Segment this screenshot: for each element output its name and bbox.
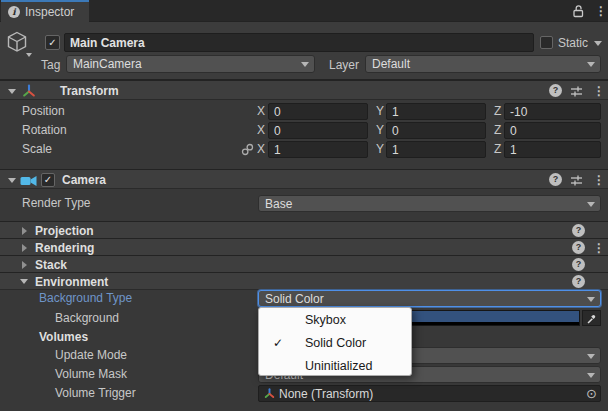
stack-foldout[interactable]: Stack ?	[0, 255, 608, 272]
axis-z-label: Z	[494, 142, 501, 156]
help-icon[interactable]: ?	[549, 84, 562, 97]
rendering-label: Rendering	[35, 241, 94, 255]
foldout-open-icon[interactable]	[8, 178, 16, 183]
volumes-label: Volumes	[39, 330, 88, 344]
volume-trigger-object-field[interactable]: None (Transform) ⊙	[258, 385, 601, 402]
popup-item-label: Skybox	[305, 313, 346, 327]
chevron-down-icon	[301, 62, 309, 67]
foldout-open-icon[interactable]	[8, 89, 16, 94]
presets-icon[interactable]	[570, 174, 583, 187]
section-menu-icon[interactable]: ⋮	[593, 242, 605, 254]
stack-label: Stack	[35, 258, 67, 272]
chevron-down-icon	[587, 354, 595, 359]
help-icon[interactable]: ?	[572, 241, 585, 254]
scale-x-field[interactable]: 1	[268, 141, 368, 158]
eyedropper-icon	[586, 313, 597, 324]
transform-icon	[264, 388, 275, 399]
gameobject-header: ✓ Main Camera Static Tag MainCamera Laye…	[0, 22, 608, 80]
tab-bar: i Inspector ⋮	[0, 0, 608, 22]
camera-enabled-checkbox[interactable]: ✓	[41, 173, 55, 187]
layer-dropdown[interactable]: Default	[365, 55, 601, 73]
static-label: Static	[558, 36, 588, 50]
static-dropdown-arrow[interactable]	[594, 41, 602, 46]
axis-z-label: Z	[494, 104, 501, 118]
tag-dropdown[interactable]: MainCamera	[66, 55, 315, 73]
axis-x-label: X	[257, 123, 265, 137]
transform-title: Transform	[60, 84, 119, 98]
rendering-foldout[interactable]: Rendering ? ⋮	[0, 238, 608, 255]
link-broken-icon[interactable]	[241, 143, 254, 156]
camera-header[interactable]: ✓ Camera ? ⋮	[0, 169, 608, 189]
background-type-row: Background Type Solid Color	[0, 290, 608, 307]
position-row: Position X 0 Y 1 Z -10	[0, 103, 608, 120]
volume-trigger-value: None (Transform)	[279, 387, 373, 401]
background-type-label: Background Type	[39, 291, 132, 305]
popup-item-label: Uninitialized	[305, 359, 372, 373]
projection-label: Projection	[35, 224, 94, 238]
transform-icon	[22, 84, 36, 98]
foldout-closed-icon[interactable]	[22, 244, 27, 252]
gameobject-active-checkbox[interactable]: ✓	[45, 35, 60, 50]
projection-foldout[interactable]: Projection ?	[0, 221, 608, 238]
rotation-z-field[interactable]: 0	[504, 122, 601, 139]
info-icon: i	[8, 6, 20, 18]
render-type-value: Base	[265, 197, 292, 211]
popup-item-uninitialized[interactable]: Uninitialized	[259, 354, 411, 377]
rotation-row: Rotation X 0 Y 0 Z 0	[0, 122, 608, 139]
component-menu-icon[interactable]: ⋮	[593, 174, 605, 186]
foldout-closed-icon[interactable]	[22, 261, 27, 269]
volume-mask-label: Volume Mask	[55, 367, 127, 381]
gameobject-icon-dropdown-arrow[interactable]	[26, 53, 32, 57]
update-mode-label: Update Mode	[55, 348, 127, 362]
axis-y-label: Y	[376, 123, 384, 137]
scale-y-field[interactable]: 1	[386, 141, 486, 158]
render-type-label: Render Type	[22, 196, 91, 210]
rotation-y-field[interactable]: 0	[386, 122, 486, 139]
position-y-field[interactable]: 1	[386, 103, 486, 120]
help-icon[interactable]: ?	[549, 173, 562, 186]
background-type-popup: Skybox ✓ Solid Color Uninitialized	[258, 307, 412, 376]
chevron-down-icon	[587, 62, 595, 67]
environment-label: Environment	[35, 275, 108, 289]
component-menu-icon[interactable]: ⋮	[593, 85, 605, 97]
axis-y-label: Y	[376, 104, 384, 118]
help-icon[interactable]: ?	[572, 258, 585, 271]
presets-icon[interactable]	[570, 85, 583, 98]
environment-foldout[interactable]: Environment ?	[0, 272, 608, 290]
scale-z-field[interactable]: 1	[504, 141, 601, 158]
gameobject-name-field[interactable]: Main Camera	[64, 33, 534, 52]
inspector-window: i Inspector ⋮ ✓ Main Camera Static Tag M…	[0, 0, 608, 411]
scale-label: Scale	[22, 142, 52, 156]
foldout-open-icon[interactable]	[20, 279, 28, 284]
gameobject-cube-icon[interactable]	[5, 30, 29, 54]
popup-item-label: Solid Color	[305, 336, 366, 350]
render-type-dropdown[interactable]: Base	[258, 195, 601, 212]
static-checkbox[interactable]	[540, 36, 553, 49]
volume-trigger-row: Volume Trigger None (Transform) ⊙	[0, 385, 608, 402]
help-icon[interactable]: ?	[572, 275, 585, 288]
tag-label: Tag	[41, 58, 60, 72]
chevron-down-icon	[587, 297, 595, 302]
rotation-x-field[interactable]: 0	[268, 122, 368, 139]
transform-header[interactable]: Transform ? ⋮	[0, 80, 608, 100]
tag-value: MainCamera	[73, 57, 142, 71]
window-menu-icon[interactable]: ⋮	[595, 5, 607, 17]
background-type-dropdown[interactable]: Solid Color	[258, 290, 601, 307]
popup-item-solid-color[interactable]: ✓ Solid Color	[259, 331, 411, 354]
popup-item-skybox[interactable]: Skybox	[259, 308, 411, 331]
object-picker-icon[interactable]: ⊙	[586, 387, 597, 401]
foldout-closed-icon[interactable]	[22, 227, 27, 235]
check-icon: ✓	[44, 175, 52, 185]
help-icon[interactable]: ?	[572, 224, 585, 237]
position-label: Position	[22, 104, 65, 118]
eyedropper-button[interactable]	[582, 310, 601, 326]
scale-row: Scale X 1 Y 1 Z 1	[0, 141, 608, 158]
axis-x-label: X	[257, 142, 265, 156]
volume-trigger-label: Volume Trigger	[55, 386, 136, 400]
layer-label: Layer	[329, 58, 359, 72]
tab-inspector[interactable]: i Inspector	[1, 0, 89, 22]
position-z-field[interactable]: -10	[504, 103, 601, 120]
axis-y-label: Y	[376, 142, 384, 156]
unlock-icon[interactable]	[572, 4, 585, 18]
position-x-field[interactable]: 0	[268, 103, 368, 120]
